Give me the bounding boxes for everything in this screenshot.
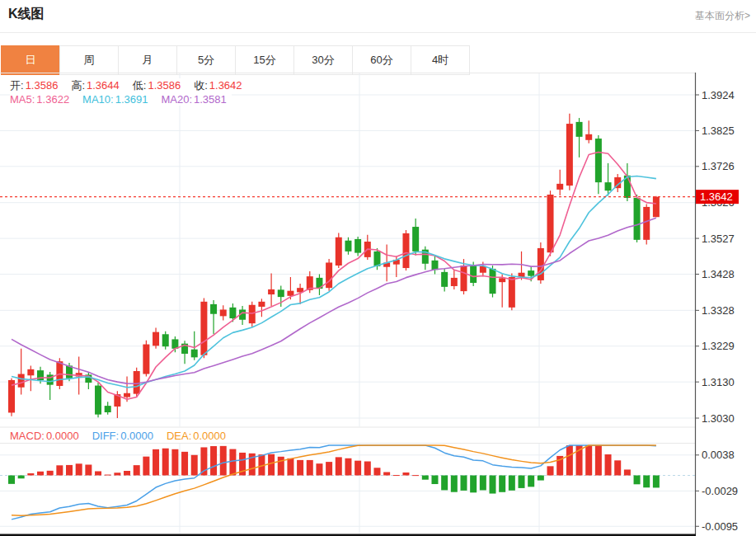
open-label: 开: bbox=[10, 79, 24, 92]
price-tick-label: 1.3428 bbox=[702, 268, 735, 280]
macd-bar bbox=[528, 476, 534, 487]
macd-bar bbox=[181, 452, 188, 476]
candle-body bbox=[576, 122, 583, 137]
candle-body bbox=[653, 197, 660, 218]
candle-body bbox=[27, 369, 34, 375]
macd-bar bbox=[76, 463, 82, 475]
macd-bar bbox=[470, 476, 477, 493]
candle-body bbox=[556, 184, 563, 190]
candle-body bbox=[18, 374, 25, 388]
macd-bar bbox=[519, 476, 525, 488]
macd-bar bbox=[287, 458, 293, 476]
candle-body bbox=[470, 266, 477, 283]
candle-body bbox=[162, 334, 169, 346]
macd-bar bbox=[431, 476, 438, 485]
macd-bar bbox=[490, 476, 496, 494]
candle-body bbox=[336, 237, 342, 266]
macd-bar bbox=[605, 454, 612, 475]
macd-bar bbox=[460, 476, 467, 491]
diff-value: 0.0000 bbox=[120, 430, 153, 442]
ma10-label: MA10: bbox=[82, 93, 114, 106]
ma10-line bbox=[12, 176, 656, 388]
candle-body bbox=[268, 289, 275, 294]
macd-bar bbox=[307, 460, 313, 476]
macd-bar bbox=[547, 466, 554, 475]
macd-bar bbox=[56, 465, 63, 475]
macd-row: MACD:0.0000DIFF:0.0000DEA:0.0000 bbox=[10, 430, 231, 442]
close-value: 1.3642 bbox=[209, 79, 242, 92]
candle-body bbox=[566, 124, 573, 186]
macd-bar bbox=[297, 460, 303, 476]
price-tick-label: 1.3130 bbox=[702, 376, 735, 388]
macd-bar bbox=[171, 449, 178, 476]
candle-body bbox=[210, 304, 217, 314]
candle-body bbox=[509, 277, 515, 308]
macd-label: MACD: bbox=[10, 430, 45, 442]
macd-bar bbox=[105, 475, 111, 476]
candle-body bbox=[153, 332, 159, 346]
macd-value: 0.0000 bbox=[46, 430, 79, 442]
candle-body bbox=[355, 239, 361, 253]
candle-body bbox=[105, 406, 111, 412]
candle-body bbox=[258, 302, 265, 307]
macd-bar bbox=[37, 472, 44, 476]
macd-tick-label: 0.0038 bbox=[702, 449, 735, 461]
candle-body bbox=[220, 309, 227, 316]
candle-body bbox=[278, 289, 284, 297]
macd-bar bbox=[191, 455, 198, 476]
ma20-line bbox=[12, 218, 656, 383]
candle-body bbox=[547, 195, 554, 252]
candle-body bbox=[538, 248, 544, 280]
macd-bar bbox=[66, 465, 73, 476]
macd-bar bbox=[480, 476, 486, 491]
candle-body bbox=[412, 227, 419, 252]
candle-body bbox=[441, 272, 448, 287]
close-label: 收: bbox=[194, 79, 208, 92]
ma-row: MA5:1.3622MA10:1.3691MA20:1.3581 bbox=[10, 93, 232, 106]
macd-bar bbox=[634, 476, 641, 485]
candle-body bbox=[229, 308, 236, 318]
candle-body bbox=[499, 278, 505, 282]
macd-bar bbox=[114, 473, 120, 475]
candle-body bbox=[200, 302, 207, 355]
kline-page: K线图 基本面分析> 日周月5分15分30分60分4时 1.39241.3825… bbox=[0, 0, 756, 536]
ma5-value: 1.3622 bbox=[36, 93, 69, 106]
macd-bar bbox=[355, 461, 361, 476]
candle-body bbox=[124, 393, 130, 397]
candle-body bbox=[528, 270, 534, 276]
low-label: 低: bbox=[133, 79, 147, 92]
macd-bar bbox=[124, 471, 130, 475]
candle-body bbox=[326, 262, 332, 288]
candle-body bbox=[431, 261, 438, 270]
ma20-value: 1.3581 bbox=[194, 93, 227, 106]
macd-bar bbox=[509, 476, 515, 491]
macd-bar bbox=[210, 446, 217, 475]
high-label: 高: bbox=[71, 79, 85, 92]
macd-bar bbox=[393, 475, 400, 476]
candle-body bbox=[345, 241, 351, 252]
macd-bar bbox=[364, 462, 371, 476]
dea-line bbox=[12, 445, 656, 515]
macd-bar bbox=[134, 465, 140, 475]
macd-bar bbox=[614, 460, 621, 475]
macd-bar bbox=[278, 457, 284, 476]
candle-body bbox=[585, 134, 592, 140]
candle-body bbox=[134, 371, 140, 394]
candle-body bbox=[643, 207, 650, 240]
candle-body bbox=[95, 386, 101, 415]
macd-bar bbox=[451, 476, 458, 492]
macd-bar bbox=[229, 449, 236, 476]
dea-label: DEA: bbox=[167, 430, 191, 442]
current-price-badge-text: 1.3642 bbox=[700, 190, 733, 203]
candle-body bbox=[595, 139, 602, 182]
ma20-label: MA20: bbox=[161, 93, 192, 106]
open-value: 1.3586 bbox=[26, 79, 59, 92]
macd-bar bbox=[326, 462, 332, 475]
candle-body bbox=[143, 345, 149, 374]
macd-bar bbox=[585, 445, 592, 476]
candle-body bbox=[402, 233, 409, 268]
macd-bar bbox=[268, 454, 275, 476]
macd-bar bbox=[402, 473, 409, 476]
high-value: 1.3644 bbox=[87, 79, 120, 92]
candle-body bbox=[373, 252, 380, 266]
